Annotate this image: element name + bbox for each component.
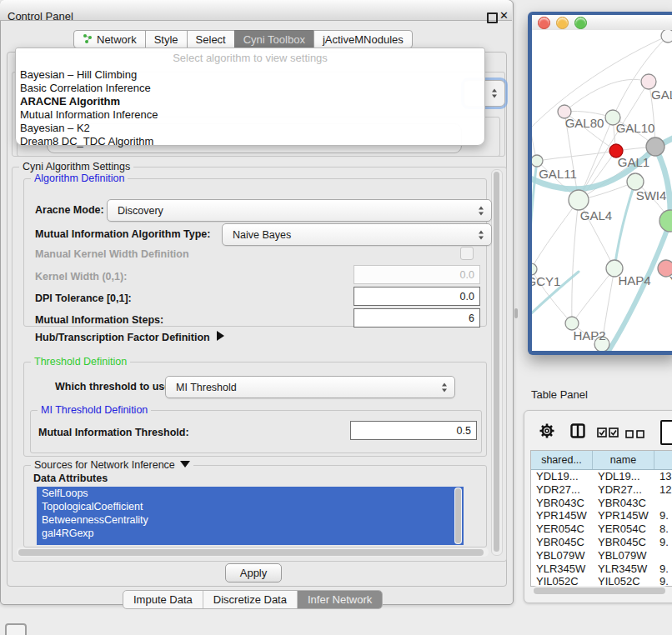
tab-label: Cyni Toolbox: [243, 33, 305, 46]
column-header[interactable]: [654, 451, 672, 469]
close-icon[interactable]: ✕: [499, 9, 509, 22]
table-row[interactable]: YPR145WYPR145W9.: [531, 509, 672, 522]
table-cell: YBL079W: [531, 549, 593, 562]
apply-button[interactable]: Apply: [225, 563, 282, 582]
window-close-button[interactable]: [538, 17, 550, 29]
data-attributes-list[interactable]: SelfLoopsTopologicalCoefficientBetweenne…: [37, 487, 464, 545]
column-header[interactable]: shared...: [531, 451, 593, 469]
attribute-item[interactable]: TopologicalCoefficient: [37, 500, 464, 513]
node-GAL4[interactable]: [569, 190, 589, 210]
control-panel-titlebar[interactable]: [0, 0, 512, 21]
table-cell: YPR145W: [593, 509, 654, 522]
table-cell: YBR045C: [593, 536, 654, 549]
algorithm-option[interactable]: Bayesian – K2: [16, 122, 484, 135]
table-cell: [654, 497, 672, 510]
algorithm-option[interactable]: Basic Correlation Inference: [16, 82, 484, 95]
settings-vertical-scrollbar[interactable]: [491, 169, 503, 556]
algorithm-option[interactable]: Mutual Information Inference: [16, 108, 484, 122]
panel-icon-clipped[interactable]: [660, 420, 672, 445]
bottom-tab-infer-network[interactable]: Infer Network: [297, 591, 382, 608]
table-cell: [654, 549, 672, 562]
table-cell: 9.: [654, 536, 672, 549]
window-zoom-button[interactable]: [574, 17, 587, 29]
table-row[interactable]: YLR345WYLR345W9.: [531, 562, 672, 576]
dpi-tolerance-field[interactable]: 0.0: [354, 287, 480, 306]
node-label-HAP2: HAP2: [573, 328, 605, 342]
algorithm-definition-title: Algorithm Definition: [31, 172, 128, 184]
columns-icon[interactable]: [570, 423, 585, 442]
tab-style[interactable]: Style: [145, 30, 188, 48]
mi-threshold-field[interactable]: 0.5: [350, 421, 477, 440]
tab-jactivemnodules[interactable]: jActiveMNodules: [313, 30, 413, 48]
node-GCY1[interactable]: [532, 263, 537, 275]
node-label-GAL80: GAL80: [565, 116, 604, 130]
mi-threshold-definition-title: MI Threshold Definition: [38, 404, 151, 416]
algorithm-option[interactable]: Bayesian – Hill Climbing: [16, 68, 484, 82]
table-body: YDL19...YDL19...13YDR27...YDR27...12YBR0…: [531, 470, 672, 587]
table-row[interactable]: YER054CYER054C8.: [531, 522, 672, 536]
which-threshold-combo[interactable]: MI Threshold: [165, 376, 455, 398]
mi-type-label: Mutual Information Algorithm Type:: [35, 228, 210, 240]
network-window-titlebar[interactable]: [532, 15, 672, 31]
table-row[interactable]: YBR045CYBR045C9.: [531, 536, 672, 549]
expand-right-icon: [217, 331, 224, 341]
node-GAL11[interactable]: [532, 155, 543, 167]
node-node-gray[interactable]: [646, 138, 664, 156]
tab-select[interactable]: Select: [187, 30, 235, 48]
table-cell: YDR27...: [531, 483, 593, 497]
control-panel-tabs: NetworkStyleSelectCyni ToolboxjActiveMNo…: [73, 30, 413, 48]
attributes-scrollbar[interactable]: [454, 488, 462, 544]
table-row[interactable]: YDL19...YDL19...13: [531, 470, 672, 483]
hub-section-toggle[interactable]: Hub/Transcription Factor Definition: [35, 331, 224, 343]
attribute-item[interactable]: BetweennessCentrality: [37, 513, 464, 527]
algorithm-option[interactable]: Dream8 DC_TDC Algorithm: [16, 135, 484, 148]
column-header[interactable]: name: [593, 451, 654, 469]
tab-label: Network: [97, 33, 137, 46]
bottom-tab-impute-data[interactable]: Impute Data: [123, 591, 203, 608]
attribute-item[interactable]: gal4RGexp: [37, 527, 464, 540]
float-window-icon[interactable]: [487, 12, 498, 23]
settings-horizontal-scrollbar[interactable]: [17, 548, 489, 557]
collapsed-panel-icon[interactable]: [5, 623, 27, 635]
tab-network[interactable]: Network: [73, 30, 146, 48]
combo-stepper-icon: [442, 382, 448, 392]
window-minimize-button[interactable]: [556, 17, 569, 29]
panel-splitter-handle[interactable]: [514, 308, 518, 318]
table-cell: YBL079W: [593, 549, 654, 562]
sources-title[interactable]: Sources for Network Inference: [31, 459, 193, 471]
kernel-width-field[interactable]: 0.0: [354, 265, 480, 284]
algorithm-popup-list: Bayesian – Hill ClimbingBasic Correlatio…: [16, 68, 484, 148]
table-cell: YDL19...: [593, 470, 654, 483]
node-label-GAL10: GAL10: [616, 121, 655, 135]
manual-kernel-checkbox[interactable]: [460, 247, 474, 260]
table-row[interactable]: YBR043CYBR043C: [531, 497, 672, 510]
tab-label: jActiveMNodules: [323, 33, 404, 46]
gear-icon[interactable]: [539, 422, 555, 442]
node-label-GAL4: GAL4: [580, 208, 612, 222]
node-SWI4[interactable]: [627, 173, 644, 190]
attribute-item[interactable]: SelfLoops: [37, 487, 464, 500]
select-all-icon[interactable]: [597, 426, 619, 441]
mi-threshold-label: Mutual Information Threshold:: [38, 427, 189, 438]
algorithm-popup-prompt: Select algorithm to view settings: [16, 52, 484, 64]
table-row[interactable]: YIL052CYIL052C9.: [531, 575, 672, 587]
table-row[interactable]: YBL079WYBL079W: [531, 549, 672, 562]
aracne-mode-combo[interactable]: Discovery: [107, 199, 492, 222]
node-node-green-right[interactable]: [659, 210, 672, 232]
deselect-all-icon[interactable]: [625, 427, 645, 442]
mi-steps-field[interactable]: 6: [354, 308, 480, 328]
node-label-GAL1: GAL1: [618, 155, 649, 169]
table-cell: YBR043C: [531, 497, 593, 510]
table-row[interactable]: YDR27...YDR27...12: [531, 483, 672, 497]
node-node-top-right[interactable]: [661, 30, 672, 42]
tab-cyni-toolbox[interactable]: Cyni Toolbox: [234, 30, 314, 48]
network-canvas[interactable]: GALGAL80GAL10GAL1GAL11SWI4GAL4GCY1HAP4YH…: [532, 30, 672, 351]
mi-type-combo[interactable]: Naive Bayes: [222, 223, 492, 246]
table-horizontal-scrollbar[interactable]: [532, 586, 669, 596]
table-cell: YPR145W: [531, 509, 593, 522]
bottom-tab-discretize-data[interactable]: Discretize Data: [203, 591, 297, 608]
algorithm-dropdown-popup: Select algorithm to view settings Bayesi…: [15, 48, 485, 146]
node-label-GCY1: GCY1: [532, 274, 560, 288]
table-panel-title: Table Panel: [531, 388, 588, 401]
algorithm-option[interactable]: ARACNE Algorithm: [16, 95, 484, 108]
